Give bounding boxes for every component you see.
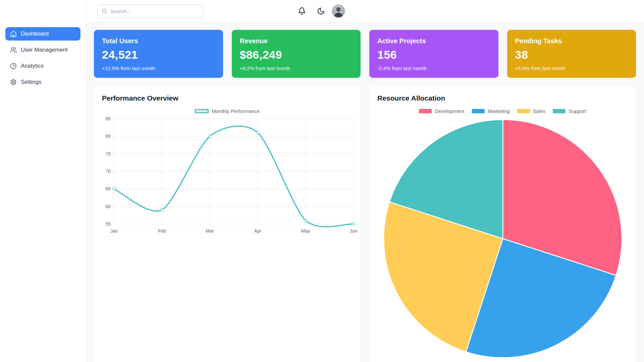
stat-card-pending-tasks: Pending Tasks 38 +5.6% from last month xyxy=(507,30,636,78)
svg-text:May: May xyxy=(301,228,310,234)
legend-label: Development xyxy=(435,108,464,114)
user-avatar[interactable] xyxy=(332,4,345,18)
legend-swatch xyxy=(419,109,432,113)
stat-delta: -2.4% from last month xyxy=(377,65,490,71)
panel-title: Resource Allocation xyxy=(377,94,628,102)
home-icon xyxy=(10,31,17,37)
stat-title: Active Projects xyxy=(377,37,490,45)
dark-mode-toggle[interactable] xyxy=(314,4,328,18)
stat-value: 156 xyxy=(377,48,490,61)
svg-text:65: 65 xyxy=(105,186,111,191)
pie-chart-legend[interactable]: DevelopmentMarketingSalesSupport xyxy=(377,108,628,114)
panel-title: Performance Overview xyxy=(102,94,353,102)
search-input[interactable] xyxy=(97,4,204,18)
legend-label: Marketing xyxy=(488,108,510,114)
sidebar: Dashboard User Management Analytics Sett… xyxy=(0,0,86,362)
svg-text:Mar: Mar xyxy=(206,228,214,234)
pie-legend-item[interactable]: Sales xyxy=(517,108,546,114)
svg-text:55: 55 xyxy=(105,221,111,227)
notifications-button[interactable] xyxy=(295,4,309,18)
bell-icon xyxy=(298,7,306,15)
stat-title: Revenue xyxy=(240,37,353,45)
resource-allocation-panel: Resource Allocation DevelopmentMarketing… xyxy=(369,86,636,362)
topbar xyxy=(86,0,644,22)
sidebar-item-label: Analytics xyxy=(21,63,44,69)
gear-icon xyxy=(10,79,17,85)
line-chart-legend[interactable]: Monthly Performance xyxy=(102,108,353,114)
search-box xyxy=(97,4,204,18)
svg-text:60: 60 xyxy=(105,204,111,209)
pie-chart xyxy=(383,119,623,359)
svg-text:85: 85 xyxy=(105,116,111,121)
legend-swatch xyxy=(195,109,209,113)
stat-card-total-users: Total Users 24,521 +12.5% from last mont… xyxy=(94,30,223,78)
legend-label: Sales xyxy=(533,108,546,114)
svg-text:70: 70 xyxy=(105,169,111,174)
stat-delta: +5.6% from last month xyxy=(515,65,628,71)
line-chart: 55606570758085JanFebMarAprMayJun xyxy=(102,116,362,237)
stat-card-active-projects: Active Projects 156 -2.4% from last mont… xyxy=(369,30,498,78)
search-icon xyxy=(101,8,107,14)
stat-value: 38 xyxy=(515,48,628,61)
stat-title: Total Users xyxy=(102,37,215,45)
stat-delta: +8.2% from last month xyxy=(240,65,353,71)
pie-legend-item[interactable]: Development xyxy=(419,108,464,114)
svg-text:Jan: Jan xyxy=(110,228,118,234)
legend-label: Support xyxy=(569,108,586,114)
svg-text:75: 75 xyxy=(105,151,111,157)
sidebar-item-analytics[interactable]: Analytics xyxy=(5,59,80,73)
stat-title: Pending Tasks xyxy=(515,37,628,45)
svg-text:Jun: Jun xyxy=(350,228,358,234)
sidebar-item-dashboard[interactable]: Dashboard xyxy=(5,27,80,41)
svg-text:80: 80 xyxy=(105,133,111,139)
sidebar-item-label: User Management xyxy=(21,47,68,53)
sidebar-item-user-management[interactable]: User Management xyxy=(5,43,80,57)
main-content: Total Users 24,521 +12.5% from last mont… xyxy=(86,22,644,362)
stat-value: $86,249 xyxy=(240,48,353,61)
legend-swatch xyxy=(472,109,485,113)
charts-row: Performance Overview Monthly Performance… xyxy=(94,86,636,362)
legend-swatch xyxy=(553,109,566,113)
pie-chart-icon xyxy=(10,63,17,69)
users-icon xyxy=(10,47,17,53)
sidebar-item-label: Dashboard xyxy=(21,31,49,37)
legend-swatch xyxy=(517,109,530,113)
svg-text:Feb: Feb xyxy=(158,228,166,234)
legend-label: Monthly Performance xyxy=(212,108,260,114)
stat-value: 24,521 xyxy=(102,48,215,61)
stat-card-revenue: Revenue $86,249 +8.2% from last month xyxy=(232,30,361,78)
svg-text:Apr: Apr xyxy=(254,228,262,234)
sidebar-item-settings[interactable]: Settings xyxy=(5,75,80,89)
moon-icon xyxy=(317,7,325,15)
avatar-image xyxy=(332,5,345,17)
performance-overview-panel: Performance Overview Monthly Performance… xyxy=(94,86,361,362)
sidebar-item-label: Settings xyxy=(21,79,41,85)
stat-delta: +12.5% from last month xyxy=(102,65,215,71)
pie-legend-item[interactable]: Marketing xyxy=(472,108,510,114)
pie-legend-item[interactable]: Support xyxy=(553,108,586,114)
stat-cards-row: Total Users 24,521 +12.5% from last mont… xyxy=(94,30,636,78)
